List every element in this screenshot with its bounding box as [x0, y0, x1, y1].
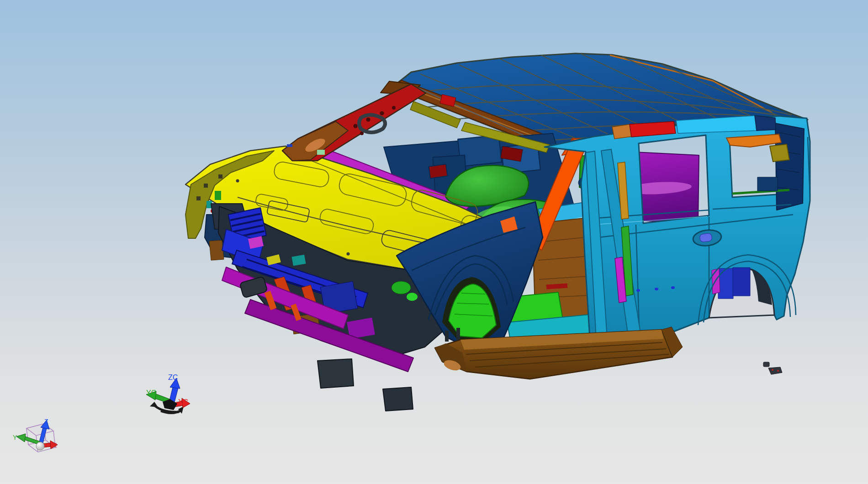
wcs-y-label: YC [146, 389, 156, 397]
arch-magenta-strip [712, 268, 720, 294]
arch-inner-blue-panel [718, 268, 733, 299]
model-canvas[interactable]: ZC YC XC Z Y X [0, 0, 868, 484]
rail-segment-navy [755, 116, 776, 131]
under-bracket-2 [383, 387, 413, 411]
underbody-parts[interactable] [763, 362, 782, 374]
orientation-sphere[interactable] [36, 442, 44, 450]
view-y-label: Y [13, 434, 17, 441]
rear-window-bracket-olive [770, 144, 789, 162]
view-orientation-triad[interactable]: Z Y X [13, 418, 58, 452]
view-z-label: Z [44, 418, 48, 425]
view-x-label: X [53, 442, 57, 449]
wcs-z-label: ZC [168, 374, 178, 381]
cad-viewport[interactable]: ZC YC XC Z Y X [0, 0, 868, 484]
car-model[interactable] [185, 53, 810, 411]
wcs-triad[interactable]: ZC YC XC [146, 374, 190, 414]
engine-bay-green [392, 281, 411, 294]
wcs-x-label: XC [178, 398, 188, 406]
under-bracket-1 [318, 359, 354, 388]
rail-segment-tan [612, 124, 632, 139]
